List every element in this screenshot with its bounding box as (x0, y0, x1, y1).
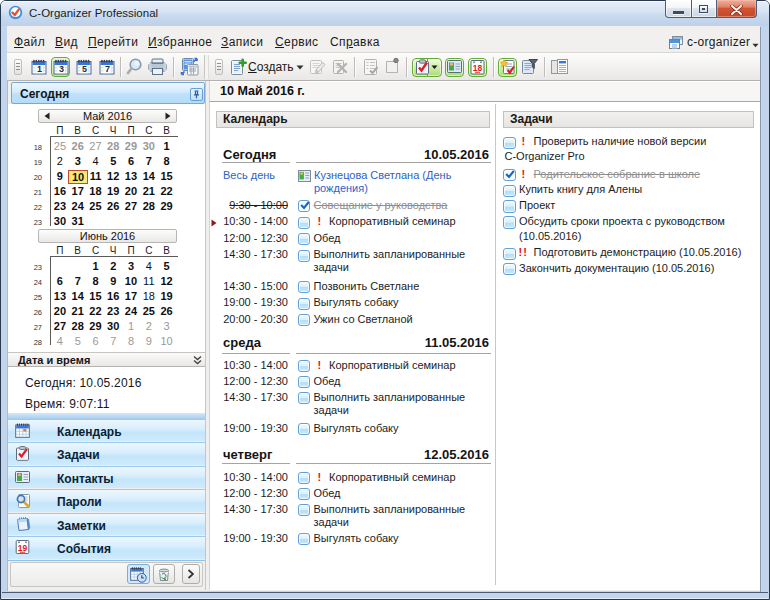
svg-text:1: 1 (37, 64, 42, 74)
svg-text:3: 3 (59, 64, 64, 74)
svg-text:5: 5 (82, 64, 87, 74)
svg-text:19: 19 (18, 543, 28, 553)
svg-text:7: 7 (105, 64, 110, 74)
svg-text:18: 18 (473, 63, 483, 73)
